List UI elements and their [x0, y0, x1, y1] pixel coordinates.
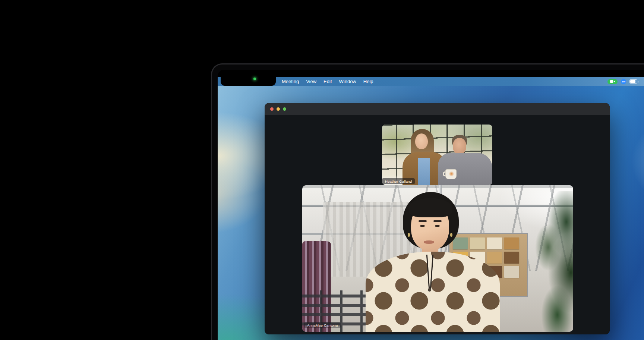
battery-icon[interactable]	[629, 79, 637, 84]
window-controls	[270, 107, 286, 111]
menu-bar-status-area: zm	[607, 77, 637, 86]
participant-name-label: AnnaMae Cantoria	[304, 322, 341, 328]
companion-figure-shirt	[438, 153, 492, 185]
battery-nub	[638, 81, 639, 83]
moodboard-swatch	[504, 252, 519, 264]
annamae-figure-pendant	[428, 288, 431, 292]
menu-item-meeting[interactable]: Meeting	[282, 79, 299, 84]
video-tile-heather[interactable]: Heather Galland	[382, 125, 492, 185]
annamae-figure-lips	[424, 240, 434, 244]
window-titlebar[interactable]	[265, 103, 610, 115]
participant-name-label: Heather Galland	[382, 178, 415, 184]
mug	[445, 169, 457, 179]
menu-item-view[interactable]: View	[306, 79, 316, 84]
video-camera-icon	[610, 80, 615, 83]
macbook-screen: Zoom Workplace Meeting View Edit Window …	[218, 70, 644, 340]
video-gallery: Heather Galland	[265, 115, 610, 334]
companion-figure-face	[453, 138, 466, 154]
moodboard-swatch	[487, 252, 502, 264]
annamae-figure-brow	[419, 220, 427, 222]
camera-active-indicator[interactable]	[607, 79, 618, 84]
moodboard-swatch	[487, 237, 502, 249]
menu-item-help[interactable]: Help	[363, 79, 373, 84]
zoom-app-badge[interactable]: zm	[621, 79, 626, 84]
minimize-button[interactable]	[277, 107, 280, 111]
annamae-figure-eye	[435, 225, 440, 227]
macbook-notch	[221, 70, 276, 86]
annamae-figure-eye	[420, 225, 425, 227]
close-button[interactable]	[270, 107, 274, 111]
moodboard-swatch	[504, 266, 519, 278]
camera-led-icon	[253, 78, 256, 80]
marketing-canvas: Zoom Workplace Meeting View Edit Window …	[0, 0, 644, 340]
moodboard-swatch	[470, 237, 485, 249]
annamae-scene-plant	[528, 191, 573, 332]
fullscreen-button[interactable]	[283, 107, 286, 111]
moodboard-swatch	[504, 237, 519, 249]
annamae-figure-earring	[408, 233, 410, 237]
battery-fill-level	[630, 80, 635, 83]
annamae-figure-brow	[433, 220, 442, 222]
annamae-figure-earring	[450, 233, 452, 237]
annamae-figure-bangs	[409, 198, 452, 217]
menu-item-window[interactable]: Window	[339, 79, 356, 84]
moodboard-swatch	[453, 237, 468, 249]
heather-figure-shirt	[418, 158, 430, 185]
video-tile-annamae[interactable]: AnnaMae Cantoria	[302, 185, 573, 332]
menu-item-edit[interactable]: Edit	[323, 79, 332, 84]
heather-figure-face	[415, 133, 428, 149]
menu-bar: Zoom Workplace Meeting View Edit Window …	[218, 77, 644, 86]
zoom-meeting-window: Heather Galland	[265, 103, 610, 334]
